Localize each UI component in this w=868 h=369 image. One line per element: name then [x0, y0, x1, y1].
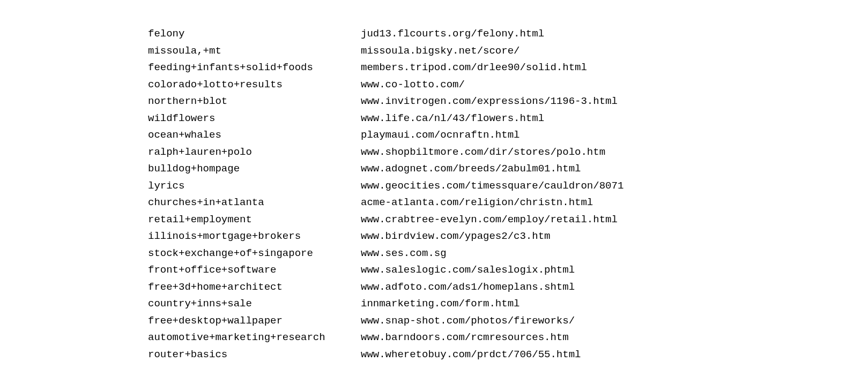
table-row: automotive+marketing+researchwww.barndoo…	[148, 329, 868, 347]
url-text: www.saleslogic.com/saleslogix.phtml	[361, 262, 575, 279]
url-text: innmarketing.com/form.html	[361, 296, 520, 313]
query-text: felony	[148, 26, 361, 43]
query-text: retail+employment	[148, 212, 361, 229]
table-row: front+office+softwarewww.saleslogic.com/…	[148, 262, 868, 279]
query-text: free+3d+home+architect	[148, 279, 361, 296]
table-row: retail+employmentwww.crabtree-evelyn.com…	[148, 212, 868, 229]
query-text: illinois+mortgage+brokers	[148, 228, 361, 245]
url-text: www.ses.com.sg	[361, 245, 447, 262]
query-text: free+desktop+wallpaper	[148, 313, 361, 330]
query-text: stock+exchange+of+singapore	[148, 245, 361, 262]
query-text: front+office+software	[148, 262, 361, 279]
table-row: country+inns+saleinnmarketing.com/form.h…	[148, 296, 868, 313]
table-row: feeding+infants+solid+foodsmembers.tripo…	[148, 59, 868, 77]
url-text: jud13.flcourts.org/felony.html	[361, 26, 544, 43]
query-text: northern+blot	[148, 93, 361, 110]
url-text: www.birdview.com/ypages2/c3.htm	[361, 228, 550, 245]
query-text: churches+in+atlanta	[148, 194, 361, 212]
table-row: illinois+mortgage+brokerswww.birdview.co…	[148, 228, 868, 245]
url-text: www.invitrogen.com/expressions/1196-3.ht…	[361, 93, 618, 110]
url-text: www.shopbiltmore.com/dir/stores/polo.htm	[361, 144, 605, 161]
query-text: bulldog+hompage	[148, 161, 361, 178]
table-row: router+basicswww.wheretobuy.com/prdct/70…	[148, 347, 868, 364]
url-text: www.adognet.com/breeds/2abulm01.html	[361, 161, 581, 178]
query-text: automotive+marketing+research	[148, 329, 361, 347]
url-text: www.wheretobuy.com/prdct/706/55.html	[361, 347, 581, 364]
table-row: felonyjud13.flcourts.org/felony.html	[148, 26, 868, 43]
table-row: ocean+whalesplaymaui.com/ocnraftn.html	[148, 127, 868, 144]
table-row: free+desktop+wallpaperwww.snap-shot.com/…	[148, 313, 868, 330]
table-row: stock+exchange+of+singaporewww.ses.com.s…	[148, 245, 868, 262]
query-text: wildflowers	[148, 110, 361, 127]
url-text: acme-atlanta.com/religion/christn.html	[361, 194, 593, 212]
query-text: country+inns+sale	[148, 296, 361, 313]
url-text: www.co-lotto.com/	[361, 77, 465, 94]
url-text: members.tripod.com/drlee90/solid.html	[361, 59, 587, 77]
query-text: colorado+lotto+results	[148, 77, 361, 94]
table-row: ralph+lauren+polowww.shopbiltmore.com/di…	[148, 144, 868, 161]
url-text: www.geocities.com/timessquare/cauldron/8…	[361, 178, 624, 195]
table-row: northern+blotwww.invitrogen.com/expressi…	[148, 93, 868, 110]
query-url-table: felonyjud13.flcourts.org/felony.htmlmiss…	[0, 0, 868, 363]
table-row: bulldog+hompagewww.adognet.com/breeds/2a…	[148, 161, 868, 178]
query-text: router+basics	[148, 347, 361, 364]
table-row: wildflowerswww.life.ca/nl/43/flowers.htm…	[148, 110, 868, 127]
url-text: www.life.ca/nl/43/flowers.html	[361, 110, 544, 127]
url-text: www.snap-shot.com/photos/fireworks/	[361, 313, 575, 330]
url-text: www.adfoto.com/ads1/homeplans.shtml	[361, 279, 575, 296]
query-text: ocean+whales	[148, 127, 361, 144]
table-row: free+3d+home+architectwww.adfoto.com/ads…	[148, 279, 868, 296]
url-text: www.crabtree-evelyn.com/employ/retail.ht…	[361, 212, 618, 229]
query-text: lyrics	[148, 178, 361, 195]
table-row: missoula,+mtmissoula.bigsky.net/score/	[148, 43, 868, 60]
table-row: lyricswww.geocities.com/timessquare/caul…	[148, 178, 868, 195]
table-row: churches+in+atlantaacme-atlanta.com/reli…	[148, 194, 868, 212]
url-text: playmaui.com/ocnraftn.html	[361, 127, 520, 144]
query-text: feeding+infants+solid+foods	[148, 59, 361, 77]
query-text: missoula,+mt	[148, 43, 361, 60]
url-text: missoula.bigsky.net/score/	[361, 43, 520, 60]
url-text: www.barndoors.com/rcmresources.htm	[361, 329, 569, 347]
table-row: colorado+lotto+resultswww.co-lotto.com/	[148, 77, 868, 94]
query-text: ralph+lauren+polo	[148, 144, 361, 161]
